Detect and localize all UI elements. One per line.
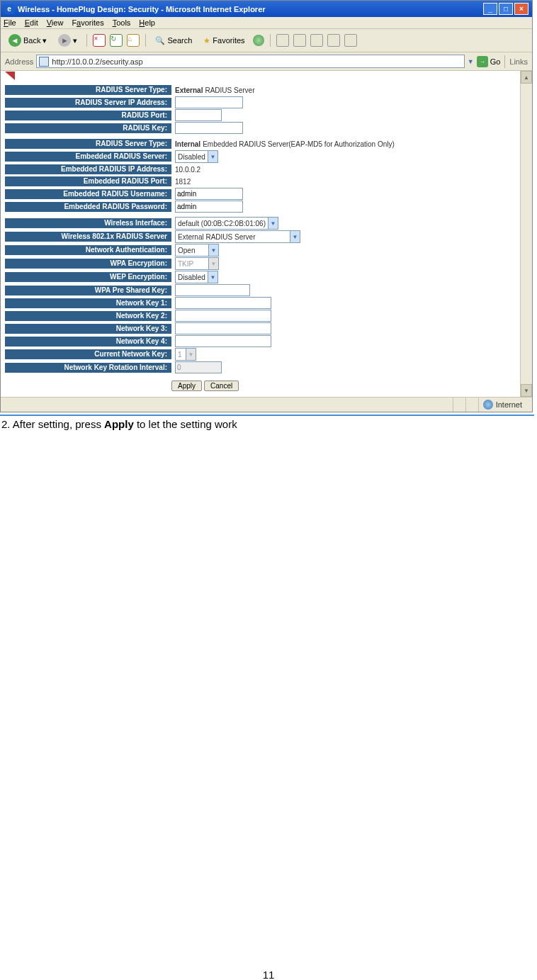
embedded-pass-input[interactable]	[175, 201, 243, 213]
network-key-2-input[interactable]	[175, 310, 271, 322]
research-icon[interactable]	[344, 34, 357, 47]
page-content: RADIUS Server Type: External RADIUS Serv…	[1, 71, 520, 397]
tab-corner	[5, 74, 18, 82]
label-cur-key: Current Network Key:	[5, 349, 171, 359]
maximize-button[interactable]: □	[499, 3, 513, 15]
page-number: 11	[0, 969, 537, 980]
label-radius-server: Wireless 802.1x RADIUS Server	[5, 232, 171, 242]
status-zone: Internet	[478, 398, 526, 412]
toolbar: ◄Back ▾ ► ▾ × ↻ ⌂ 🔍Search ★Favorites	[1, 29, 532, 52]
address-field[interactable]: http://10.0.0.2/security.asp	[36, 55, 464, 68]
wifi-iface-select[interactable]: default (00:0B:C2:0B:01:06)▼	[175, 217, 278, 230]
statusbar: Internet	[1, 397, 532, 412]
search-button[interactable]: 🔍Search	[152, 34, 196, 47]
radius-key-input[interactable]	[175, 122, 243, 134]
print-icon[interactable]	[293, 34, 306, 47]
label-embedded-ip: Embedded RADIUS IP Address:	[5, 164, 171, 174]
menu-favorites[interactable]: Favorites	[72, 18, 103, 27]
label-wpa-psk: WPA Pre Shared Key:	[5, 286, 171, 295]
links-label[interactable]: Links	[509, 57, 528, 66]
scroll-up-icon[interactable]: ▲	[521, 71, 532, 84]
menu-tools[interactable]: Tools	[113, 18, 131, 27]
label-radius-port: RADIUS Port:	[5, 111, 171, 120]
address-label: Address	[5, 57, 33, 66]
rotation-input	[175, 361, 222, 373]
wep-enc-select[interactable]: Disabled▼	[175, 271, 218, 283]
menu-view[interactable]: View	[47, 18, 64, 27]
network-key-4-input[interactable]	[175, 335, 271, 347]
minimize-button[interactable]: _	[483, 3, 497, 15]
address-dropdown-icon[interactable]: ▼	[468, 58, 474, 65]
wpa-enc-select: TKIP▼	[175, 257, 219, 270]
titlebar: e Wireless - HomePlug Design: Security -…	[1, 1, 532, 17]
label-wifi-iface: Wireless Interface:	[5, 218, 171, 228]
page-icon	[39, 57, 49, 67]
window-title: Wireless - HomePlug Design: Security - M…	[18, 5, 266, 13]
label-net-auth: Network Authentication:	[5, 245, 171, 255]
apply-button[interactable]: Apply	[171, 381, 202, 391]
cancel-button[interactable]: Cancel	[204, 381, 239, 391]
embedded-radius-panel: RADIUS Server Type: Internal Embedded RA…	[5, 138, 516, 213]
label-nk1: Network Key 1:	[5, 298, 171, 308]
label-radius-type-ext: RADIUS Server Type:	[5, 85, 171, 95]
go-button[interactable]: →Go	[477, 56, 501, 67]
edit-icon[interactable]	[310, 34, 323, 47]
label-wep-enc: WEP Encryption:	[5, 272, 171, 282]
label-wpa-enc: WPA Encryption:	[5, 259, 171, 269]
label-embedded-pass: Embedded RADIUS Password:	[5, 202, 171, 212]
back-button[interactable]: ◄Back ▾	[5, 32, 50, 49]
wpa-psk-input[interactable]	[175, 284, 250, 296]
label-embedded-port: Embedded RADIUS Port:	[5, 176, 171, 186]
chevron-down-icon: ▼	[208, 244, 218, 256]
ie-icon: e	[4, 4, 14, 14]
label-embedded-server: Embedded RADIUS Server:	[5, 152, 171, 162]
chevron-down-icon: ▼	[268, 218, 278, 229]
internet-icon	[483, 400, 493, 410]
close-button[interactable]: ×	[514, 3, 528, 15]
history-icon[interactable]	[253, 35, 264, 46]
scrollbar[interactable]: ▲ ▼	[520, 71, 532, 397]
external-radius-panel: RADIUS Server Type: External RADIUS Serv…	[5, 84, 516, 134]
chevron-down-icon: ▼	[208, 151, 217, 162]
embedded-port-value: 1812	[171, 178, 191, 186]
address-bar: Address http://10.0.0.2/security.asp ▼ →…	[1, 52, 532, 71]
label-rotation: Network Key Rotation Interval:	[5, 363, 171, 373]
embedded-server-select[interactable]: Disabled▼	[175, 150, 218, 163]
label-radius-ip: RADIUS Server IP Address:	[5, 98, 171, 108]
cur-key-select: 1▼	[175, 348, 196, 361]
label-radius-key: RADIUS Key:	[5, 123, 171, 133]
home-icon[interactable]: ⌂	[127, 34, 140, 47]
menubar: File Edit View Favorites Tools Help	[1, 17, 532, 29]
stop-icon[interactable]: ×	[93, 34, 106, 47]
ie-window: e Wireless - HomePlug Design: Security -…	[0, 0, 533, 412]
label-nk2: Network Key 2:	[5, 311, 171, 321]
menu-edit[interactable]: Edit	[25, 18, 38, 27]
chevron-down-icon: ▼	[208, 258, 218, 269]
mail-icon[interactable]	[276, 34, 289, 47]
label-nk4: Network Key 4:	[5, 337, 171, 347]
address-url: http://10.0.0.2/security.asp	[52, 57, 142, 66]
instruction-text: 2. After setting, press Apply to let the…	[0, 415, 534, 430]
menu-file[interactable]: File	[4, 18, 16, 27]
embedded-user-input[interactable]	[175, 188, 243, 200]
forward-button[interactable]: ► ▾	[55, 32, 81, 49]
radius-port-input[interactable]	[175, 109, 222, 121]
chevron-down-icon: ▼	[208, 271, 217, 283]
chevron-down-icon: ▼	[290, 231, 300, 242]
label-radius-type-int: RADIUS Server Type:	[5, 139, 171, 149]
label-nk3: Network Key 3:	[5, 324, 171, 334]
favorites-button[interactable]: ★Favorites	[200, 34, 248, 47]
refresh-icon[interactable]: ↻	[110, 34, 123, 47]
wireless-security-panel: Wireless Interface: default (00:0B:C2:0B…	[5, 217, 516, 373]
network-key-1-input[interactable]	[175, 297, 271, 309]
menu-help[interactable]: Help	[139, 18, 155, 27]
label-embedded-user: Embedded RADIUS Username:	[5, 189, 171, 199]
net-auth-select[interactable]: Open▼	[175, 244, 219, 257]
messenger-icon[interactable]	[327, 34, 340, 47]
chevron-down-icon: ▼	[186, 349, 196, 360]
radius-ip-input[interactable]	[175, 96, 243, 108]
button-row: Apply Cancel	[171, 378, 516, 391]
scroll-down-icon[interactable]: ▼	[521, 384, 532, 397]
radius-server-select[interactable]: External RADIUS Server▼	[175, 230, 300, 243]
network-key-3-input[interactable]	[175, 322, 271, 334]
